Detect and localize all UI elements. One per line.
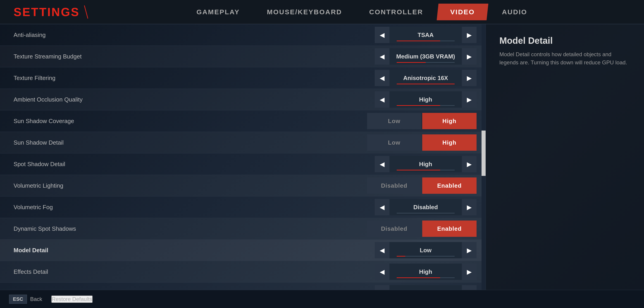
setting-label-model-detail: Model Detail — [14, 247, 375, 254]
arrow-right-texture-filtering[interactable]: ▶ — [462, 70, 476, 86]
value-bar-effects-detail — [397, 277, 454, 278]
setting-row-volumetric-fog: Volumetric Fog ◀ Disabled ▶ — [0, 197, 486, 218]
restore-defaults-button[interactable]: Restore Defaults — [51, 295, 93, 303]
info-panel: Model Detail Model Detail controls how d… — [486, 24, 644, 290]
arrow-left-impact-marks[interactable]: ◀ — [375, 285, 390, 290]
setting-control-ambient-occlusion-quality: ◀ High ▶ — [375, 91, 476, 108]
arrow-left-model-detail[interactable]: ◀ — [375, 242, 390, 258]
setting-row-anti-aliasing: Anti-aliasing ◀ TSAA ▶ — [0, 24, 486, 46]
value-bar-model-detail — [397, 256, 454, 257]
setting-row-spot-shadow-detail: Spot Shadow Detail ◀ High ▶ — [0, 153, 486, 175]
setting-control-volumetric-lighting: Disabled Enabled — [367, 178, 476, 194]
value-bar-fill-ambient-occlusion-quality — [397, 105, 440, 106]
setting-label-spot-shadow-detail: Spot Shadow Detail — [14, 161, 375, 168]
value-bar-fill-texture-filtering — [397, 84, 454, 84]
value-model-detail: Low — [390, 242, 462, 258]
value-effects-detail: High — [390, 264, 462, 280]
value-bar-ambient-occlusion-quality — [397, 105, 454, 106]
setting-row-sun-shadow-detail: Sun Shadow Detail Low High — [0, 132, 486, 153]
value-bar-texture-streaming-budget — [397, 62, 454, 63]
arrow-right-effects-detail[interactable]: ▶ — [462, 264, 476, 280]
main-content: Anti-aliasing ◀ TSAA ▶ Texture Streaming… — [0, 24, 644, 290]
esc-back-button[interactable]: ESC Back — [9, 295, 42, 304]
setting-control-impact-marks: ◀ High ▶ — [375, 285, 476, 290]
tab-video[interactable]: VIDEO — [437, 4, 488, 20]
setting-label-dynamic-spot-shadows: Dynamic Spot Shadows — [14, 225, 367, 232]
setting-label-anti-aliasing: Anti-aliasing — [14, 32, 375, 39]
setting-row-model-detail: Model Detail ◀ Low ▶ — [0, 240, 486, 261]
value-bar-spot-shadow-detail — [397, 170, 454, 171]
setting-control-texture-streaming-budget: ◀ Medium (3GB VRAM) ▶ — [375, 48, 476, 65]
arrow-right-anti-aliasing[interactable]: ▶ — [462, 27, 476, 43]
value-bar-fill-texture-streaming-budget — [397, 62, 426, 63]
back-label: Back — [30, 296, 42, 302]
setting-label-sun-shadow-detail: Sun Shadow Detail — [14, 139, 367, 146]
value-volumetric-fog: Disabled — [390, 199, 462, 215]
info-title: Model Detail — [500, 36, 630, 46]
value-bar-fill-model-detail — [397, 256, 405, 257]
info-description: Model Detail controls how detailed objec… — [500, 50, 630, 67]
setting-row-dynamic-spot-shadows: Dynamic Spot Shadows Disabled Enabled — [0, 218, 486, 240]
setting-control-model-detail: ◀ Low ▶ — [375, 242, 476, 258]
scrollbar-track[interactable] — [482, 24, 486, 290]
arrow-left-anti-aliasing[interactable]: ◀ — [375, 27, 390, 43]
setting-label-ambient-occlusion-quality: Ambient Occlusion Quality — [14, 96, 375, 103]
value-anti-aliasing: TSAA — [390, 27, 462, 43]
value-bar-volumetric-fog — [397, 213, 454, 214]
tab-controller[interactable]: CONTROLLER — [356, 4, 436, 20]
setting-control-sun-shadow-detail: Low High — [367, 134, 476, 151]
value-texture-streaming-budget: Medium (3GB VRAM) — [390, 48, 462, 65]
arrow-right-ambient-occlusion-quality[interactable]: ▶ — [462, 91, 476, 108]
setting-row-texture-filtering: Texture Filtering ◀ Anisotropic 16X ▶ — [0, 67, 486, 89]
setting-label-texture-filtering: Texture Filtering — [14, 75, 375, 82]
arrow-left-texture-filtering[interactable]: ◀ — [375, 70, 390, 86]
setting-row-sun-shadow-coverage: Sun Shadow Coverage Low High — [0, 110, 486, 132]
arrow-right-model-detail[interactable]: ▶ — [462, 242, 476, 258]
toggle-disabled-dynamic-spot-shadows[interactable]: Disabled — [367, 221, 421, 237]
setting-control-dynamic-spot-shadows: Disabled Enabled — [367, 221, 476, 237]
arrow-right-texture-streaming-budget[interactable]: ▶ — [462, 48, 476, 65]
setting-row-volumetric-lighting: Volumetric Lighting Disabled Enabled — [0, 175, 486, 197]
setting-control-anti-aliasing: ◀ TSAA ▶ — [375, 27, 476, 43]
setting-control-volumetric-fog: ◀ Disabled ▶ — [375, 199, 476, 215]
setting-row-effects-detail: Effects Detail ◀ High ▶ — [0, 261, 486, 283]
arrow-right-spot-shadow-detail[interactable]: ▶ — [462, 156, 476, 172]
arrow-left-effects-detail[interactable]: ◀ — [375, 264, 390, 280]
scrollbar-thumb[interactable] — [482, 130, 486, 176]
setting-control-texture-filtering: ◀ Anisotropic 16X ▶ — [375, 70, 476, 86]
setting-row-texture-streaming-budget: Texture Streaming Budget ◀ Medium (3GB V… — [0, 46, 486, 67]
tab-gameplay[interactable]: GAMEPLAY — [183, 4, 253, 20]
toggle-low-sun-shadow-coverage[interactable]: Low — [367, 113, 421, 129]
tab-audio[interactable]: AUDIO — [488, 4, 541, 20]
arrow-left-ambient-occlusion-quality[interactable]: ◀ — [375, 91, 390, 108]
setting-label-sun-shadow-coverage: Sun Shadow Coverage — [14, 118, 367, 125]
toggle-disabled-volumetric-lighting[interactable]: Disabled — [367, 178, 421, 194]
bottombar: ESC Back Restore Defaults — [0, 290, 644, 308]
arrow-right-volumetric-fog[interactable]: ▶ — [462, 199, 476, 215]
value-bar-fill-anti-aliasing — [397, 41, 440, 41]
value-impact-marks: High — [390, 285, 462, 290]
value-bar-fill-spot-shadow-detail — [397, 170, 440, 171]
tab-mouse-keyboard[interactable]: MOUSE/KEYBOARD — [253, 4, 356, 20]
value-ambient-occlusion-quality: High — [390, 91, 462, 108]
toggle-low-sun-shadow-detail[interactable]: Low — [367, 134, 421, 151]
toggle-enabled-dynamic-spot-shadows[interactable]: Enabled — [422, 221, 476, 237]
setting-label-texture-streaming-budget: Texture Streaming Budget — [14, 53, 375, 60]
arrow-right-impact-marks[interactable]: ▶ — [462, 285, 476, 290]
setting-label-volumetric-lighting: Volumetric Lighting — [14, 182, 367, 189]
toggle-high-sun-shadow-coverage[interactable]: High — [422, 113, 476, 129]
value-spot-shadow-detail: High — [390, 156, 462, 172]
toggle-high-sun-shadow-detail[interactable]: High — [422, 134, 476, 151]
arrow-left-texture-streaming-budget[interactable]: ◀ — [375, 48, 390, 65]
toggle-enabled-volumetric-lighting[interactable]: Enabled — [422, 178, 476, 194]
arrow-left-spot-shadow-detail[interactable]: ◀ — [375, 156, 390, 172]
value-bar-texture-filtering — [397, 84, 454, 84]
arrow-left-volumetric-fog[interactable]: ◀ — [375, 199, 390, 215]
value-texture-filtering: Anisotropic 16X — [390, 70, 462, 86]
value-bar-anti-aliasing — [397, 41, 454, 41]
nav-tabs: GAMEPLAY MOUSE/KEYBOARD CONTROLLER VIDEO… — [93, 4, 630, 20]
setting-control-spot-shadow-detail: ◀ High ▶ — [375, 156, 476, 172]
setting-label-volumetric-fog: Volumetric Fog — [14, 204, 375, 211]
settings-list: Anti-aliasing ◀ TSAA ▶ Texture Streaming… — [0, 24, 486, 290]
setting-row-ambient-occlusion-quality: Ambient Occlusion Quality ◀ High ▶ — [0, 89, 486, 110]
